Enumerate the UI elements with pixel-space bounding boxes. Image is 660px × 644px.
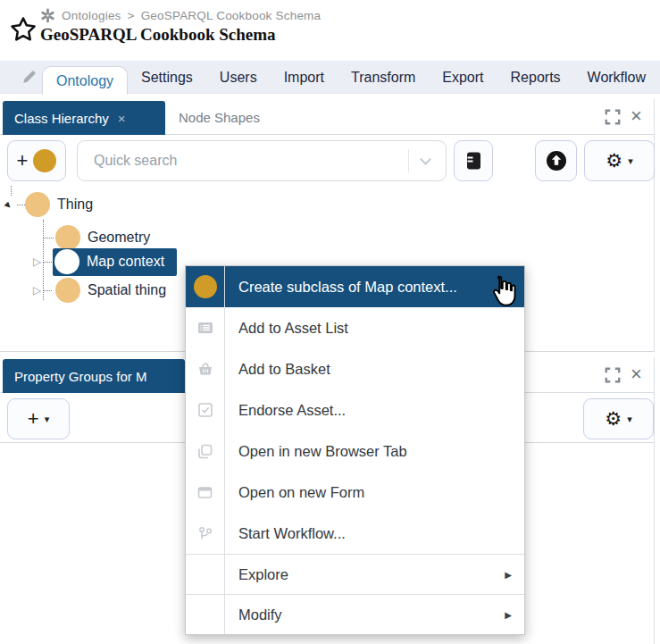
edit-pencil-icon[interactable] [21,69,38,85]
upload-circle-icon [546,150,567,171]
menu-item-modify[interactable]: Modify ▶ [186,595,524,634]
menu-item-label: Create subclass of Map context... [225,266,524,307]
submenu-arrow-icon: ▶ [505,610,512,620]
ontologies-asterisk-icon [40,8,55,23]
dictionary-button[interactable] [454,140,493,181]
hand-cursor-icon [486,272,522,310]
tab-export[interactable]: Export [429,61,497,94]
workflow-branch-icon [196,525,213,542]
quick-search-input[interactable] [78,153,408,169]
menu-icon-cell [186,431,225,472]
class-hierarchy-tabstrip: Class Hierarchy × Node Shapes × [0,99,654,135]
menu-item-label: Modify ▶ [225,595,524,634]
tab-close-icon[interactable]: × [118,111,126,126]
class-circle-icon [194,275,217,298]
class-circle-icon [55,225,80,250]
class-circle-icon [33,149,56,172]
class-circle-icon [54,249,79,274]
class-hierarchy-toolbar: + ⚙ ▾ [0,135,654,186]
menu-item-label: Explore ▶ [225,555,524,594]
tab-ontology[interactable]: Ontology [42,66,128,95]
menu-icon-cell [186,307,225,348]
menu-item-label: Endorse Asset... [225,389,524,431]
selected-tree-node[interactable]: Map context [53,248,177,276]
upload-button[interactable] [535,140,577,181]
tab-users[interactable]: Users [206,61,271,94]
menu-item-explore[interactable]: Explore ▶ [186,555,524,594]
tab-transform[interactable]: Transform [338,61,429,94]
plus-icon: + [17,149,29,172]
favorite-star-icon[interactable] [9,15,38,44]
tab-class-hierarchy[interactable]: Class Hierarchy × [3,101,165,135]
tree-node-spatial-thing[interactable]: ▷ Spatial thing [0,276,166,305]
panel-close-icon[interactable]: × [631,105,642,128]
breadcrumb-separator: > [128,9,135,22]
chevron-down-icon[interactable] [420,154,431,165]
gear-icon: ⚙ [606,152,622,171]
submenu-arrow-icon: ▶ [505,570,512,580]
panel-expand-icon[interactable] [604,108,622,126]
breadcrumb-ontologies[interactable]: Ontologies [62,9,121,22]
endorse-check-icon [197,402,213,418]
tree-node-label[interactable]: Spatial thing [88,282,166,298]
expander-open-icon[interactable]: ▾ [1,198,14,212]
add-property-group-button[interactable]: + ▾ [7,398,70,439]
breadcrumb-current: GeoSPARQL Cookbook Schema [141,9,322,22]
menu-icon-cell [186,595,225,634]
tab-reports[interactable]: Reports [497,61,574,94]
menu-icon-cell [186,555,225,594]
menu-item-label: Start Workflow... [225,513,524,554]
menu-icon-cell [186,348,225,389]
menu-item-label: Open in new Browser Tab [225,431,524,472]
menu-item-open-browser-tab[interactable]: Open in new Browser Tab [186,431,524,472]
app-window: Ontologies > GeoSPARQL Cookbook Schema G… [0,0,660,644]
context-menu: Create subclass of Map context... Add to… [185,265,525,635]
menu-icon-cell [186,266,225,307]
book-icon [464,151,483,171]
menu-icon-cell [186,389,225,431]
basket-icon [196,360,214,378]
caret-down-icon: ▾ [45,414,50,425]
menu-item-add-to-basket[interactable]: Add to Basket [186,348,524,389]
page-title: GeoSPARQL Cookbook Schema [40,25,276,45]
tab-import[interactable]: Import [271,61,338,94]
search-divider [408,149,409,172]
menu-icon-cell [186,513,225,554]
breadcrumb: Ontologies > GeoSPARQL Cookbook Schema [40,8,321,23]
menu-item-start-workflow[interactable]: Start Workflow... [186,513,524,554]
menu-item-add-to-asset-list[interactable]: Add to Asset List [186,307,524,348]
menu-item-open-new-form[interactable]: Open on new Form [186,472,524,513]
tree-node-label[interactable]: Map context [87,254,164,270]
menu-item-create-subclass[interactable]: Create subclass of Map context... [186,266,524,307]
expander-closed-icon[interactable]: ▷ [33,284,41,297]
menu-item-endorse-asset[interactable]: Endorse Asset... [186,389,524,431]
menu-icon-cell [186,472,225,513]
create-class-button[interactable]: + [7,140,66,181]
quick-search-box [77,140,447,181]
expander-closed-icon[interactable]: ▷ [33,255,41,268]
panel-close-icon[interactable]: × [631,363,642,386]
browser-tabs-icon [196,443,213,460]
form-window-icon [196,484,213,501]
tree-node-map-context[interactable]: ▷ Map context [0,247,177,276]
caret-down-icon: ▾ [627,414,632,425]
tab-workflow[interactable]: Workflow [574,61,660,94]
main-nav-bar: Ontology Settings Users Import Transform… [0,61,660,94]
page-header: Ontologies > GeoSPARQL Cookbook Schema G… [0,0,660,61]
tab-node-shapes[interactable]: Node Shapes [179,99,260,135]
panel-expand-icon[interactable] [604,366,622,384]
gear-icon: ⚙ [605,410,622,429]
menu-item-label: Add to Basket [225,348,524,389]
settings-dropdown-button[interactable]: ⚙ ▾ [584,140,655,181]
tab-settings[interactable]: Settings [128,61,206,94]
tab-property-groups[interactable]: Property Groups for M [3,359,185,393]
tree-node-thing[interactable]: ▾ Thing [0,190,93,219]
plus-icon: + [28,407,39,431]
tree-node-label[interactable]: Geometry [88,230,150,246]
class-circle-icon [55,278,80,303]
tree-node-label[interactable]: Thing [57,197,93,213]
settings-dropdown-button[interactable]: ⚙ ▾ [583,398,654,439]
tab-class-hierarchy-label: Class Hierarchy [14,111,109,126]
class-circle-icon [25,192,50,217]
menu-item-label: Open on new Form [225,472,524,513]
